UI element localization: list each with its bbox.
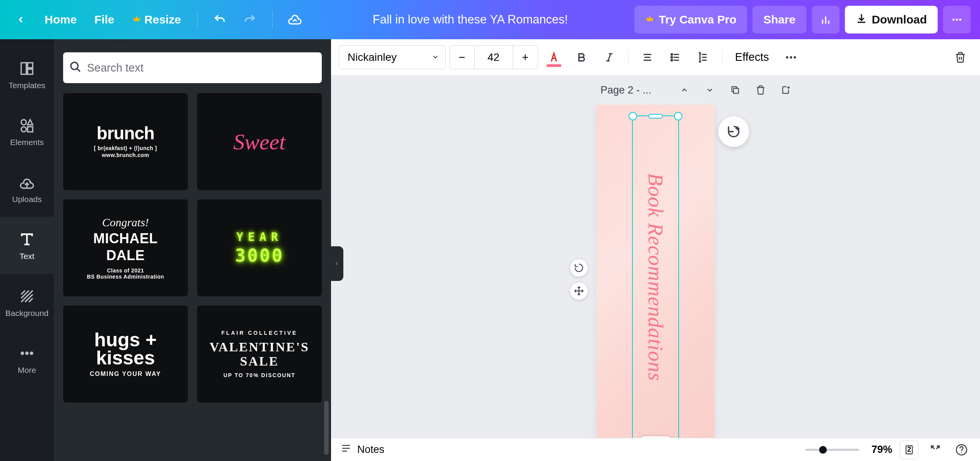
text-template-card[interactable]: YEAR 3000 xyxy=(197,199,322,296)
rail-text[interactable]: Text xyxy=(0,217,54,274)
duplicate-page-button[interactable] xyxy=(726,81,744,99)
rail-elements[interactable]: Elements xyxy=(0,103,54,160)
italic-button[interactable] xyxy=(597,45,621,69)
file-menu[interactable]: File xyxy=(89,9,120,30)
back-button[interactable] xyxy=(9,8,32,31)
resize-handle[interactable] xyxy=(629,112,637,120)
template-text: brunch xyxy=(97,125,154,142)
svg-point-61 xyxy=(961,452,962,453)
slider-thumb[interactable] xyxy=(819,446,827,454)
svg-rect-45 xyxy=(734,89,739,94)
template-text: VALENTINE'S xyxy=(209,340,309,354)
list-button[interactable] xyxy=(663,45,687,69)
rail-more-label: More xyxy=(18,366,36,375)
download-icon xyxy=(856,13,867,27)
separator xyxy=(628,49,629,66)
template-text: hugs + xyxy=(94,331,157,349)
zoom-value[interactable]: 79% xyxy=(871,444,892,456)
canvas-page[interactable]: Book Recommendations xyxy=(597,105,714,438)
share-button[interactable]: Share xyxy=(753,6,806,33)
file-label: File xyxy=(94,13,114,26)
more-icon xyxy=(18,344,36,362)
text-template-card[interactable]: Congrats! MICHAEL DALE Class of 2021 BS … xyxy=(63,199,188,296)
resize-button[interactable]: Resize xyxy=(127,9,186,30)
notes-label: Notes xyxy=(357,444,385,456)
svg-line-24 xyxy=(77,68,80,72)
text-color-button[interactable] xyxy=(542,45,566,69)
more-options-button[interactable] xyxy=(779,45,803,69)
document-title[interactable]: Fall in love with these YA Romances! xyxy=(306,13,634,27)
text-template-card[interactable]: brunch [ br(eakfast) + (l)unch ] www.bru… xyxy=(63,93,188,190)
font-name: Nickainley xyxy=(348,51,397,63)
svg-point-43 xyxy=(790,56,792,58)
notes-button[interactable]: Notes xyxy=(340,443,385,457)
rotate-button[interactable] xyxy=(570,259,588,277)
move-button[interactable] xyxy=(570,282,588,300)
text-template-card[interactable]: Sweet xyxy=(197,93,322,190)
svg-point-21 xyxy=(25,352,29,355)
separator xyxy=(722,49,722,66)
fullscreen-button[interactable] xyxy=(926,441,945,459)
share-label: Share xyxy=(763,13,795,26)
page-expand-button[interactable] xyxy=(638,436,673,438)
bold-button[interactable] xyxy=(570,45,594,69)
redo-button[interactable] xyxy=(238,8,261,31)
page-next-button[interactable] xyxy=(701,81,719,99)
font-size-increase[interactable]: + xyxy=(513,46,538,69)
font-family-select[interactable]: Nickainley xyxy=(339,45,446,69)
text-template-card[interactable]: hugs + kisses COMING YOUR WAY xyxy=(63,306,188,403)
try-pro-button[interactable]: Try Canva Pro xyxy=(634,6,748,33)
template-text: 3000 xyxy=(235,245,284,266)
delete-page-button[interactable] xyxy=(751,81,770,99)
resize-handle[interactable] xyxy=(674,112,682,120)
svg-line-17 xyxy=(21,291,25,294)
collapse-panel-button[interactable] xyxy=(330,246,343,281)
insights-button[interactable] xyxy=(812,6,840,33)
search-input[interactable] xyxy=(87,62,316,74)
delete-button[interactable] xyxy=(948,45,972,69)
page-count-button[interactable]: 2 xyxy=(900,441,918,459)
download-button[interactable]: Download xyxy=(845,6,938,33)
help-button[interactable] xyxy=(952,441,971,459)
template-text: Class of 2021 xyxy=(107,267,144,274)
text-icon xyxy=(18,230,36,249)
svg-rect-8 xyxy=(28,69,33,74)
template-text: BS Business Administration xyxy=(87,274,164,280)
svg-rect-7 xyxy=(28,63,33,68)
magic-button[interactable] xyxy=(718,116,749,147)
template-text: [ br(eakfast) + (l)unch ] xyxy=(94,145,157,151)
font-size-decrease[interactable]: − xyxy=(450,46,475,69)
chevron-down-icon xyxy=(431,51,439,63)
search-icon xyxy=(69,61,82,75)
more-menu-button[interactable] xyxy=(943,6,971,33)
resize-handle[interactable] xyxy=(648,114,663,119)
zoom-slider[interactable] xyxy=(805,449,859,451)
effects-label: Effects xyxy=(735,51,769,63)
download-label: Download xyxy=(872,13,927,26)
font-size-value[interactable]: 42 xyxy=(475,46,513,69)
cloud-sync-icon[interactable] xyxy=(283,8,306,31)
rail-more[interactable]: More xyxy=(0,331,54,388)
svg-point-37 xyxy=(671,59,672,61)
home-button[interactable]: Home xyxy=(39,9,82,30)
separator xyxy=(197,10,197,29)
background-icon xyxy=(18,287,36,306)
template-text: MICHAEL xyxy=(93,231,158,246)
scrollbar[interactable] xyxy=(324,401,329,455)
text-template-card[interactable]: FLAIR COLLECTIVE VALENTINE'S SALE UP TO … xyxy=(197,306,322,403)
selection-box[interactable]: Book Recommendations xyxy=(632,115,679,438)
rail-background[interactable]: Background xyxy=(0,274,54,331)
uploads-icon xyxy=(18,173,36,192)
separator xyxy=(272,10,273,29)
canvas-text[interactable]: Book Recommendations xyxy=(644,173,667,381)
effects-button[interactable]: Effects xyxy=(729,45,775,69)
rail-templates[interactable]: Templates xyxy=(0,46,54,103)
page-prev-button[interactable] xyxy=(675,81,694,99)
elements-icon xyxy=(18,116,36,135)
text-align-button[interactable] xyxy=(635,45,659,69)
rail-uploads[interactable]: Uploads xyxy=(0,160,54,217)
undo-button[interactable] xyxy=(208,8,231,31)
spacing-button[interactable] xyxy=(691,45,715,69)
add-page-button[interactable] xyxy=(777,81,795,99)
search-input-wrapper[interactable] xyxy=(63,52,322,83)
